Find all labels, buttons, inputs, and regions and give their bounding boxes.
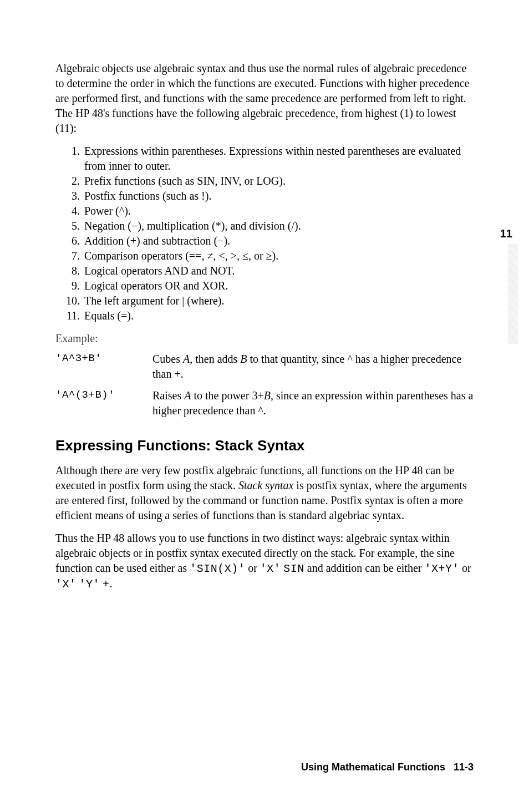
- variable-b: B: [240, 353, 247, 365]
- list-text: The left argument for | (where).: [80, 293, 224, 308]
- list-number: 1.: [62, 144, 80, 174]
- list-item: 6. Addition (+) and subtraction (−).: [55, 234, 474, 248]
- text: Cubes: [152, 353, 183, 365]
- text: or: [245, 562, 260, 574]
- chapter-tab: 11: [500, 227, 512, 240]
- list-item: 8. Logical operators AND and NOT.: [55, 263, 474, 278]
- list-text: Postfix functions (such as !).: [80, 189, 211, 204]
- variable-a: A: [183, 353, 190, 365]
- list-text: Logical operators OR and XOR.: [80, 278, 228, 293]
- paragraph: Although there are very few postfix alge…: [55, 463, 474, 523]
- list-number: 11.: [62, 308, 80, 323]
- page-footer: Using Mathematical Functions 11-3: [301, 762, 474, 773]
- variable-a: A: [184, 389, 191, 402]
- list-number: 3.: [62, 189, 80, 204]
- example-row: 'A^(3+B)' Raises A to the power 3+B, sin…: [55, 388, 474, 418]
- intro-paragraph: Algebraic objects use algebraic syntax a…: [55, 61, 474, 136]
- example-description: Cubes A, then adds B to that quantity, s…: [152, 352, 474, 382]
- list-text: Expressions within parentheses. Expressi…: [80, 144, 474, 174]
- footer-page-number: 11-3: [454, 762, 474, 773]
- list-item: 2. Prefix functions (such as SIN, INV, o…: [55, 174, 474, 189]
- list-text: Comparison operators (==, ≠, <, >, ≤, or…: [80, 248, 278, 263]
- list-text: Logical operators AND and NOT.: [80, 263, 235, 278]
- text: and addition can be either: [304, 562, 425, 574]
- list-item: 7. Comparison operators (==, ≠, <, >, ≤,…: [55, 248, 474, 263]
- code-inline: SIN: [283, 562, 304, 575]
- example-code: 'A^3+B': [55, 352, 152, 382]
- list-item: 11. Equals (=).: [55, 308, 474, 323]
- list-text: Power (^).: [80, 204, 131, 219]
- list-number: 9.: [62, 278, 80, 293]
- text: Raises: [152, 389, 184, 402]
- text: , then adds: [190, 353, 240, 365]
- list-number: 6.: [62, 234, 80, 248]
- code-inline: 'Y': [79, 578, 100, 591]
- example-row: 'A^3+B' Cubes A, then adds B to that qua…: [55, 352, 474, 382]
- list-item: 3. Postfix functions (such as !).: [55, 189, 474, 204]
- code-inline: 'X': [55, 578, 77, 591]
- variable-b: B: [264, 389, 271, 402]
- example-description: Raises A to the power 3+B, since an expr…: [152, 388, 474, 418]
- list-text: Addition (+) and subtraction (−).: [80, 234, 230, 248]
- list-item: 10. The left argument for | (where).: [55, 293, 474, 308]
- list-number: 7.: [62, 248, 80, 263]
- list-number: 8.: [62, 263, 80, 278]
- list-number: 2.: [62, 174, 80, 189]
- code-inline: 'X+Y': [424, 562, 459, 575]
- list-number: 10.: [62, 293, 80, 308]
- text: or: [459, 562, 471, 574]
- paragraph: Thus the HP 48 allows you to use functio…: [55, 531, 474, 592]
- footer-chapter-title: Using Mathematical Functions: [301, 762, 445, 773]
- list-item: 4. Power (^).: [55, 204, 474, 219]
- list-item: 1. Expressions within parentheses. Expre…: [55, 144, 474, 174]
- example-label: Example:: [55, 332, 474, 345]
- example-code: 'A^(3+B)': [55, 388, 152, 418]
- text: .: [110, 577, 113, 590]
- code-inline: 'X': [260, 562, 281, 575]
- italic-term: Stack syntax: [238, 479, 293, 491]
- thumb-index-shade: [508, 244, 518, 344]
- list-number: 5.: [62, 219, 80, 234]
- list-text: Negation (−), multiplication (*), and di…: [80, 219, 301, 234]
- list-text: Prefix functions (such as SIN, INV, or L…: [80, 174, 286, 189]
- list-item: 5. Negation (−), multiplication (*), and…: [55, 219, 474, 234]
- text: to the power 3+: [191, 389, 263, 402]
- precedence-list: 1. Expressions within parentheses. Expre…: [55, 144, 474, 323]
- code-inline: 'SIN(X)': [190, 562, 245, 575]
- list-number: 4.: [62, 204, 80, 219]
- code-inline: +: [103, 578, 110, 591]
- list-text: Equals (=).: [80, 308, 134, 323]
- section-heading: Expressing Functions: Stack Syntax: [55, 437, 474, 454]
- list-item: 9. Logical operators OR and XOR.: [55, 278, 474, 293]
